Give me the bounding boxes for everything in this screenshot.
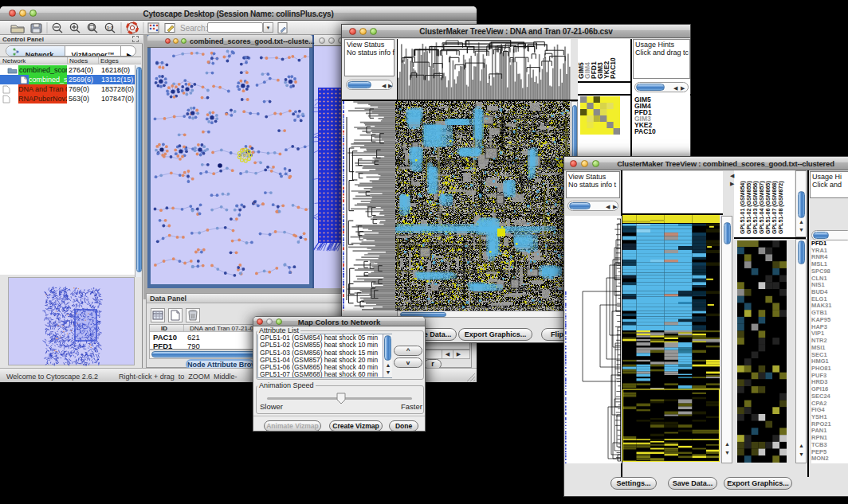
svg-text:1:1: 1:1	[107, 25, 113, 30]
svg-text:GPL51-04 (GSM857): GPL51-04 (GSM857)	[759, 181, 765, 234]
svg-text:GPL51-08 (GSM872): GPL51-08 (GSM872)	[778, 181, 784, 234]
svg-text:GPL51-03 (GSM856): GPL51-03 (GSM856)	[752, 181, 759, 234]
svg-text:GPL51-01 (GSM854): GPL51-01 (GSM854)	[740, 181, 746, 234]
svg-text:GPL51-07 (GSM868): GPL51-07 (GSM868)	[771, 181, 778, 234]
svg-text:PAC10: PAC10	[609, 57, 617, 79]
svg-text:GPL51-06 (GSM865): GPL51-06 (GSM865)	[765, 181, 771, 234]
svg-text:GPL51-02 (GSM855): GPL51-02 (GSM855)	[746, 181, 752, 234]
